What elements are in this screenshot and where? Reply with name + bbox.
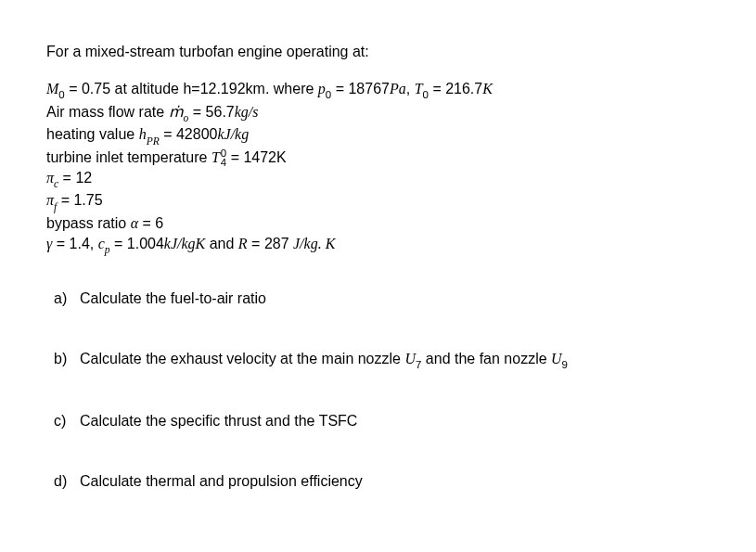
sym-alpha: α	[131, 215, 138, 231]
sym-U7-7: 7	[416, 359, 421, 370]
question-c-text: Calculate the specific thrust and the TS…	[80, 412, 710, 431]
sym-pif-f: f	[54, 201, 57, 212]
question-b-text: Calculate the exhaust velocity at the ma…	[80, 350, 710, 371]
question-a: a) Calculate the fuel-to-air ratio	[46, 289, 710, 309]
sym-T04-T: T	[211, 149, 220, 165]
unit-JkgK: J/kg. K	[293, 236, 335, 251]
param-line-3: heating value hPR = 42800kJ/kg	[46, 124, 710, 148]
sym-T0-T: T	[415, 81, 423, 96]
question-d-text: Calculate thermal and propulsion efficie…	[80, 472, 710, 492]
question-b-letter: b)	[46, 350, 80, 371]
sym-pif-pi: π	[46, 192, 54, 208]
txt-l1c: = 0.75 at altitude h=12.192km. where	[65, 81, 318, 96]
sym-cp-c: c	[98, 236, 105, 251]
sym-cp-p: p	[105, 244, 110, 255]
txt-l3a: heating value	[46, 126, 139, 142]
sym-pic-c: c	[54, 178, 58, 189]
intro-text: For a mixed-stream turbofan engine opera…	[46, 43, 710, 62]
txt-l4e: = 1472K	[226, 149, 287, 165]
txt-l6c: = 1.75	[57, 192, 102, 208]
question-a-letter: a)	[46, 289, 80, 309]
question-d: d) Calculate thermal and propulsion effi…	[46, 472, 710, 492]
txt-l3d: = 42800	[160, 126, 218, 142]
sym-mdot-o: o	[184, 112, 189, 123]
sym-pic-pi: π	[46, 170, 54, 186]
param-line-7: bypass ratio α = 6	[46, 213, 710, 234]
unit-Pa: Pa	[390, 81, 406, 96]
parameters-block: M0 = 0.75 at altitude h=12.192km. where …	[46, 79, 710, 257]
param-line-6: πf = 1.75	[46, 190, 710, 213]
unit-kJkg: kJ/kg	[217, 126, 249, 142]
param-line-5: πc = 12	[46, 168, 710, 191]
question-b-text1: Calculate the exhaust velocity at the ma…	[80, 351, 404, 366]
txt-l8g: and	[205, 236, 238, 251]
sym-U9-9: 9	[562, 359, 568, 370]
txt-l8e: = 1.004	[110, 236, 164, 251]
txt-l2a: Air mass flow rate	[46, 104, 169, 120]
txt-l8b: = 1.4,	[52, 236, 97, 251]
sym-U7-U: U	[404, 351, 416, 366]
param-line-1: M0 = 0.75 at altitude h=12.192km. where …	[46, 79, 710, 102]
unit-kgs: kg/s	[235, 104, 259, 120]
sym-U9-U: U	[551, 351, 562, 366]
txt-l8i: = 287	[248, 236, 293, 251]
sym-p0-0: 0	[326, 89, 331, 100]
txt-l5c: = 12	[58, 170, 92, 186]
question-a-text: Calculate the fuel-to-air ratio	[80, 289, 710, 309]
question-d-letter: d)	[46, 472, 80, 492]
question-c-letter: c)	[46, 412, 80, 431]
unit-K-1: K	[482, 81, 493, 96]
txt-l1h: ,	[406, 81, 415, 96]
sym-T0-0: 0	[423, 89, 429, 100]
unit-kJkgK: kJ/kgK	[164, 236, 205, 251]
question-b-text2: and the fan nozzle	[421, 351, 551, 366]
txt-l1k: = 216.7	[429, 81, 482, 96]
param-line-8: γ = 1.4, cp = 1.004kJ/kgK and R = 287 J/…	[46, 234, 710, 257]
param-line-2: Air mass flow rate ṁo = 56.7kg/s	[46, 102, 710, 125]
sym-p0-p: p	[318, 81, 326, 96]
sym-R: R	[238, 236, 248, 251]
txt-l4a: turbine inlet temperature	[46, 149, 211, 165]
problem-page: For a mixed-stream turbofan engine opera…	[0, 0, 756, 520]
sym-hPR-PR: PR	[147, 135, 160, 147]
txt-l7c: = 6	[138, 215, 163, 231]
question-b: b) Calculate the exhaust velocity at the…	[46, 350, 710, 371]
sym-mdot-m: ṁ	[169, 104, 184, 120]
param-line-4: turbine inlet temperature T04 = 1472K	[46, 148, 710, 168]
sym-M0-M: M	[46, 81, 58, 96]
txt-l2d: = 56.7	[188, 104, 234, 120]
txt-l7a: bypass ratio	[46, 215, 131, 231]
sym-M0-0: 0	[58, 89, 64, 100]
txt-l1f: = 18767	[331, 81, 390, 96]
sym-hPR-h: h	[139, 126, 147, 142]
question-c: c) Calculate the specific thrust and the…	[46, 412, 710, 431]
